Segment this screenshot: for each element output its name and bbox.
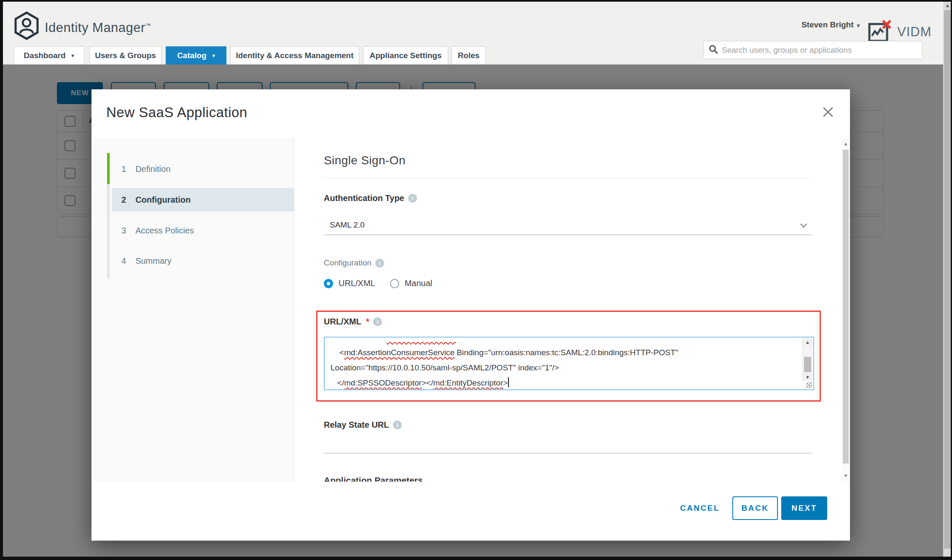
select-underline [324, 235, 812, 235]
tab-users-groups[interactable]: Users & Groups [89, 46, 161, 64]
trademark: ™ [145, 22, 151, 29]
application-parameters-heading: Application Parameters [324, 475, 423, 482]
authentication-type-select[interactable]: SAML 2.0 [330, 220, 365, 230]
search-icon [709, 45, 718, 56]
textarea-scrollbar: ▲ ▼ [802, 338, 812, 381]
tab-roles[interactable]: Roles [452, 46, 486, 64]
urlxml-radio-label[interactable]: URL/XML [339, 279, 375, 288]
section-divider [324, 178, 812, 178]
global-search[interactable] [703, 41, 922, 59]
tab-identity-access-management[interactable]: Identity & Access Management [230, 46, 359, 64]
modal-title: New SaaS Application [106, 104, 247, 121]
info-icon[interactable]: i [373, 317, 382, 326]
single-sign-on-heading: Single Sign-On [324, 154, 406, 167]
required-marker: * [366, 317, 369, 327]
manual-radio[interactable] [390, 279, 399, 288]
scroll-up-icon[interactable]: ▲ [803, 338, 812, 346]
urlxml-field-label: URL/XML * i [324, 317, 382, 327]
step-configuration[interactable]: 2Configuration [112, 188, 294, 212]
resize-grip-icon[interactable] [806, 382, 812, 388]
scroll-down-icon[interactable]: ▼ [842, 472, 850, 479]
configuration-label: Configuration i [324, 258, 384, 268]
product-title: Identity Manager™ [45, 20, 151, 35]
text-cursor [508, 377, 509, 387]
vidm-label: VIDM [897, 24, 932, 40]
app-window: Identity Manager™ Steven Bright▾ VIDM [0, 0, 952, 560]
relay-state-url-label: Relay State URL i [324, 420, 402, 430]
authentication-type-label: Authentication Type i [324, 193, 417, 203]
info-icon[interactable]: i [375, 259, 384, 268]
urlxml-textarea-content: xxxxxxxxxxxxxxwwwwwwwwwwww <md:Assertion… [325, 340, 801, 390]
cancel-button[interactable]: CANCEL [677, 496, 723, 520]
step-definition[interactable]: 1Definition [91, 157, 294, 181]
urlxml-radio[interactable] [324, 279, 333, 288]
scrollbar-thumb[interactable] [843, 150, 849, 464]
chevron-down-icon: ▾ [72, 53, 74, 59]
urlxml-textarea[interactable]: xxxxxxxxxxxxxxwwwwwwwwwwww <md:Assertion… [324, 337, 814, 390]
scroll-down-icon[interactable]: ▼ [803, 373, 812, 381]
modal-body: 1Definition 2Configuration 3Access Polic… [91, 138, 850, 482]
manual-radio-label[interactable]: Manual [405, 279, 433, 288]
tab-dashboard[interactable]: Dashboard▾ [13, 46, 84, 64]
info-icon[interactable]: i [393, 421, 402, 429]
window-frame [0, 0, 952, 2]
back-button[interactable]: BACK [732, 496, 778, 520]
window-frame [0, 557, 952, 560]
identity-manager-logo-icon [14, 11, 39, 40]
scrollbar-thumb[interactable] [804, 357, 811, 372]
close-icon[interactable] [821, 105, 835, 119]
next-button[interactable]: NEXT [781, 496, 827, 520]
modal-content-scrollbar: ▲ ▼ [842, 138, 850, 482]
step-summary[interactable]: 4Summary [91, 249, 294, 273]
tab-catalog[interactable]: Catalog▾ [166, 46, 226, 64]
window-frame [0, 0, 3, 560]
app-header: Identity Manager™ Steven Bright▾ VIDM [0, 0, 943, 64]
step-access-policies[interactable]: 3Access Policies [91, 219, 294, 242]
scrollbar-thumb[interactable] [944, 10, 951, 549]
user-menu[interactable]: Steven Bright▾ [801, 20, 860, 29]
configuration-radio-group: URL/XML Manual [324, 279, 441, 288]
relay-state-url-input[interactable] [324, 453, 812, 453]
scroll-up-icon[interactable]: ▲ [842, 140, 850, 147]
chevron-down-icon: ▾ [857, 22, 860, 29]
chevron-down-icon: ▾ [212, 53, 215, 59]
wizard-step-nav: 1Definition 2Configuration 3Access Polic… [91, 138, 294, 482]
vidm-bookmark: VIDM [868, 21, 932, 43]
tab-appliance-settings[interactable]: Appliance Settings [363, 46, 448, 64]
new-saas-application-modal: New SaaS Application 1Definition 2Config… [91, 89, 850, 541]
chevron-down-icon[interactable] [800, 222, 807, 230]
search-input[interactable] [722, 46, 917, 55]
info-icon[interactable]: i [408, 194, 417, 203]
